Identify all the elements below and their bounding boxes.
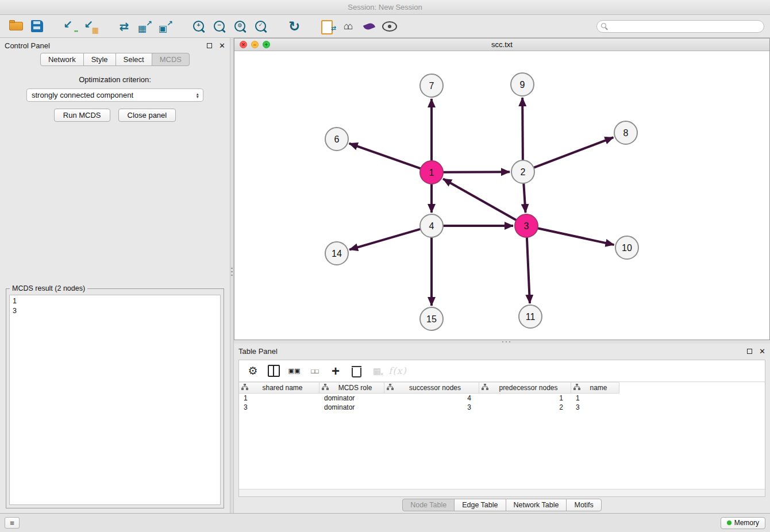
tab-mcds[interactable]: MCDS [152,53,190,66]
traffic-lights: ✕ − + [234,41,270,48]
maximize-window-icon[interactable]: + [263,41,270,48]
window-titlebar: Session: New Session [0,0,770,15]
optimization-dropdown[interactable]: strongly connected component ▲▼ [26,88,203,102]
table-toolbar [239,360,765,382]
table-cell: 2 [479,403,571,412]
zoom-in-icon[interactable] [188,17,209,36]
graph-edge-1-2[interactable] [443,172,510,172]
select-all-icon[interactable] [285,363,303,380]
chevron-updown-icon: ▲▼ [196,92,201,98]
tab-network-table[interactable]: Network Table [506,499,567,511]
column-header-successor-nodes[interactable]: successor nodes [384,382,479,394]
memory-label: Memory [734,519,759,527]
graph-node-label: 8 [623,128,629,138]
column-header-name[interactable]: name [571,382,619,394]
save-session-icon[interactable] [26,17,47,36]
open-session-icon[interactable] [6,17,26,36]
vertical-splitter[interactable] [230,38,234,513]
memory-button[interactable]: Memory [721,517,765,529]
column-header-MCDS-role[interactable]: MCDS role [319,382,384,394]
graph-edge-2-3[interactable] [523,183,525,213]
zoom-fit-icon[interactable] [230,17,251,36]
search-input[interactable] [596,20,764,33]
column-header-predecessor-nodes[interactable]: predecessor nodes [479,382,571,394]
mcds-result-title: MCDS result (2 nodes) [10,284,87,292]
tab-edge-table[interactable]: Edge Table [454,499,506,511]
graph-node-label: 11 [526,312,536,322]
first-neighbors-icon[interactable] [338,17,359,36]
graph-node-label: 1 [429,168,434,178]
table-cell: 3 [239,403,319,412]
close-window-icon[interactable]: ✕ [240,41,247,48]
graph-edge-2-8[interactable] [534,137,614,168]
toolbar-group [60,17,101,36]
tab-style[interactable]: Style [83,53,116,66]
graph-node-label: 6 [334,134,340,144]
close-panel-icon[interactable]: ✕ [219,41,225,50]
tab-node-table[interactable]: Node Table [402,499,455,511]
column-type-icon [482,384,488,392]
run-mcds-button[interactable]: Run MCDS [54,109,110,122]
table-cell: 4 [384,394,479,403]
export-image-icon[interactable] [155,17,176,36]
horizontal-splitter[interactable] [234,340,770,344]
close-panel-button[interactable]: Close panel [118,109,176,122]
node-table-content: shared nameMCDS rolesuccessor nodesprede… [238,360,765,497]
main-toolbar [0,15,770,38]
apply-style-icon[interactable] [359,17,379,36]
horizontal-scrollbar[interactable] [239,489,765,496]
zoom-out-icon[interactable] [209,17,230,36]
mcds-result-list[interactable]: 13 [9,295,221,505]
table-row[interactable]: 3dominator323 [239,403,765,412]
column-header-label: name [580,384,617,392]
table-cell: 3 [571,403,619,412]
dropdown-value: strongly connected component [32,91,133,99]
table-cell: 1 [479,394,571,403]
add-column-icon[interactable] [326,363,345,380]
tab-motifs[interactable]: Motifs [566,499,601,511]
graph-node-label: 9 [520,80,525,90]
paste-style-icon[interactable] [317,17,338,36]
table-row[interactable]: 1dominator411 [239,394,765,403]
search-icon [601,23,608,30]
column-settings-icon[interactable] [244,363,262,380]
zoom-selected-icon[interactable] [251,17,271,36]
network-graph[interactable]: 7968124314101511 [234,51,769,340]
graph-edge-2-9[interactable] [522,98,523,160]
column-header-label: shared name [248,384,317,392]
optimization-label: Optimization criterion: [79,75,151,84]
column-header-label: MCDS role [329,384,382,392]
graph-edge-3-10[interactable] [538,228,614,245]
float-panel-icon[interactable] [747,349,752,354]
deselect-all-icon[interactable] [306,363,324,380]
mcds-tab-content: Optimization criterion: strongly connect… [0,66,230,513]
table-cell: dominator [319,394,384,403]
minimize-window-icon[interactable]: − [251,41,259,48]
graph-edge-3-1[interactable] [443,179,517,220]
column-header-shared-name[interactable]: shared name [239,382,319,394]
refresh-network-icon[interactable] [284,17,305,36]
table-tabs: Node TableEdge TableNetwork TableMotifs [234,497,770,513]
mcds-result-group: MCDS result (2 nodes) 13 [6,288,224,508]
graph-edge-4-14[interactable] [349,229,421,250]
network-canvas[interactable]: 7968124314101511 [234,51,769,340]
tab-select[interactable]: Select [116,53,152,66]
network-window-title: scc.txt [234,40,769,49]
graph-edge-3-11[interactable] [527,237,530,303]
panel-list-icon[interactable]: ≡ [5,517,20,529]
tab-network[interactable]: Network [40,53,84,66]
search-box [596,20,764,33]
graph-node-label: 3 [524,221,529,231]
delete-column-icon[interactable] [347,363,365,380]
graph-node-label: 4 [429,221,434,231]
float-panel-icon[interactable] [207,43,212,48]
close-panel-icon[interactable]: ✕ [759,347,765,356]
graph-edge-1-6[interactable] [349,144,421,169]
import-table-icon[interactable] [80,17,101,36]
show-hide-icon[interactable] [379,17,400,36]
new-network-icon[interactable] [114,17,134,36]
export-table-icon[interactable] [134,17,155,36]
status-bar: ≡ Memory [0,513,770,532]
import-network-icon[interactable] [60,17,80,36]
show-columns-icon[interactable] [264,363,283,380]
